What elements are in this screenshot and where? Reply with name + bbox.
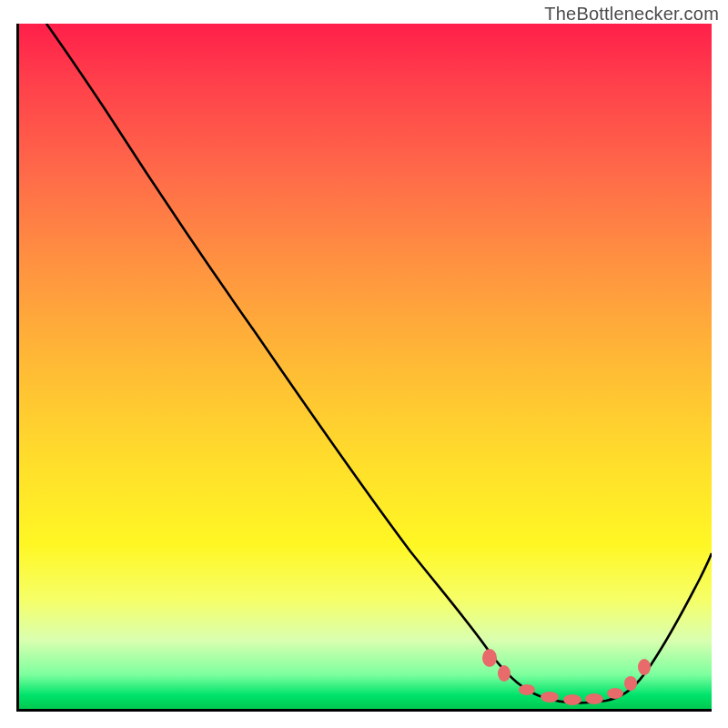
data-point xyxy=(498,665,511,682)
data-point xyxy=(624,676,637,691)
data-point xyxy=(541,692,559,703)
bottleneck-chart: TheBottlenecker.com xyxy=(0,0,728,728)
attribution-text: TheBottlenecker.com xyxy=(544,4,719,25)
data-point xyxy=(563,694,581,705)
data-point xyxy=(585,693,603,704)
curve-layer xyxy=(19,24,712,709)
plot-area xyxy=(16,24,712,712)
data-point xyxy=(607,688,623,699)
data-point xyxy=(519,684,535,695)
data-point xyxy=(638,659,651,675)
bottleneck-curve xyxy=(46,24,712,703)
data-point xyxy=(482,649,497,667)
